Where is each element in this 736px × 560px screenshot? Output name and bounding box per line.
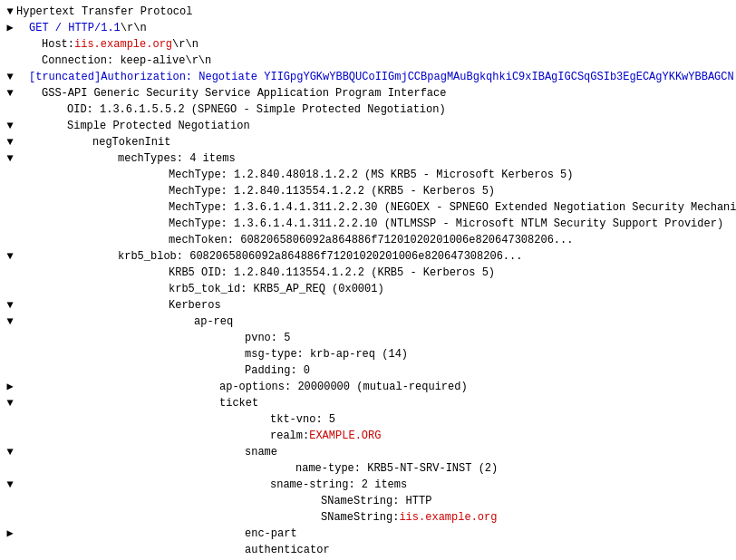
- toggle-icon: [4, 283, 16, 295]
- toggle-icon[interactable]: ▼: [4, 446, 16, 459]
- tree-line: Connection: keep-alive\r\n: [0, 53, 736, 69]
- tree-line: ▼GSS-API Generic Security Service Applic…: [0, 85, 736, 101]
- line-text: KRB5 OID: 1.2.840.113554.1.2.2 (KRB5 - K…: [169, 266, 495, 279]
- toggle-icon: [4, 413, 16, 426]
- toggle-icon: [4, 201, 16, 214]
- tree-line: ▼krb5_blob: 6082065806092a864886f7120102…: [0, 248, 736, 265]
- line-text: authenticator: [245, 544, 330, 556]
- tree-line: krb5_tok_id: KRB5_AP_REQ (0x0001): [0, 281, 736, 297]
- line-text: Kerberos: [169, 299, 221, 312]
- line-value: iis.example.org: [399, 511, 497, 524]
- tree-line: OID: 1.3.6.1.5.5.2 (SPNEGO - Simple Prot…: [0, 101, 736, 118]
- line-text: negTokenInit: [92, 136, 170, 149]
- line-text: tkt-vno: 5: [270, 413, 335, 426]
- toggle-icon: [4, 38, 16, 51]
- line-value: iis.example.org: [74, 38, 172, 51]
- toggle-icon: [4, 348, 16, 361]
- tree-line: SNameString: iis.example.org: [0, 509, 736, 526]
- toggle-icon: [4, 103, 16, 116]
- line-text: Hypertext Transfer Protocol: [16, 5, 192, 18]
- tree-line: Padding: 0: [0, 362, 736, 379]
- toggle-icon: [4, 54, 16, 67]
- toggle-icon: [4, 364, 16, 377]
- tree-line: ▼Kerberos: [0, 297, 736, 314]
- toggle-icon[interactable]: ▼: [4, 397, 16, 410]
- line-prefix: SNameString:: [321, 511, 399, 524]
- line-text: SNameString: HTTP: [321, 495, 431, 507]
- toggle-icon[interactable]: ▼: [4, 250, 16, 263]
- tree-line: ▼Simple Protected Negotiation: [0, 118, 736, 134]
- line-text: ap-options: 20000000 (mutual-required): [219, 381, 468, 393]
- line-text: mechTypes: 4 items: [118, 152, 236, 165]
- toggle-icon: [4, 332, 16, 344]
- tree-line: authenticator: [0, 542, 736, 558]
- tree-line: tkt-vno: 5: [0, 411, 736, 428]
- line-text: sname: [245, 446, 277, 459]
- line-prefix: realm:: [270, 430, 309, 442]
- tree-line: SNameString: HTTP: [0, 493, 736, 509]
- line-text: OID: 1.3.6.1.5.5.2 (SPNEGO - Simple Prot…: [67, 103, 446, 116]
- toggle-icon[interactable]: ▼: [4, 5, 16, 18]
- line-text: krb5_blob: 6082065806092a864886f71201020…: [118, 250, 522, 263]
- toggle-icon: [4, 544, 16, 556]
- tree-line: realm: EXAMPLE.ORG: [0, 428, 736, 444]
- toggle-icon: [4, 495, 16, 507]
- line-text: Simple Protected Negotiation: [67, 120, 250, 132]
- line-text: mechToken: 6082065806092a864886f71201020…: [169, 234, 573, 246]
- toggle-icon: [4, 217, 16, 230]
- tree-line: ▶GET / HTTP/1.1\r\n: [0, 20, 736, 36]
- tree-line: name-type: KRB5-NT-SRV-INST (2): [0, 460, 736, 477]
- tree-line: ▼mechTypes: 4 items: [0, 150, 736, 167]
- tree-line: MechType: 1.2.840.48018.1.2.2 (MS KRB5 -…: [0, 167, 736, 183]
- tree-line: Host: iis.example.org \r\n: [0, 36, 736, 53]
- tree-line: mechToken: 6082065806092a864886f71201020…: [0, 232, 736, 248]
- tree-line: ▼ap-req: [0, 314, 736, 330]
- tree-container: ▼Hypertext Transfer Protocol▶GET / HTTP/…: [0, 0, 736, 560]
- toggle-icon[interactable]: ▼: [4, 478, 16, 491]
- tree-line: ▼negTokenInit: [0, 134, 736, 150]
- tree-line: ▶enc-part: [0, 526, 736, 542]
- line-text: ticket: [219, 397, 258, 410]
- toggle-icon[interactable]: ▼: [4, 299, 16, 312]
- tree-line: ▼ticket: [0, 395, 736, 411]
- toggle-icon[interactable]: ▼: [4, 120, 16, 132]
- tree-line: ▼sname-string: 2 items: [0, 477, 736, 493]
- tree-line: ▶ap-options: 20000000 (mutual-required): [0, 379, 736, 395]
- line-text: ap-req: [194, 315, 233, 328]
- toggle-icon[interactable]: ▼: [4, 87, 16, 100]
- line-text: enc-part: [245, 527, 297, 540]
- line-text: MechType: 1.2.840.48018.1.2.2 (MS KRB5 -…: [169, 169, 573, 181]
- tree-line: KRB5 OID: 1.2.840.113554.1.2.2 (KRB5 - K…: [0, 265, 736, 281]
- line-prefix: Connection: keep-alive\r\n: [42, 54, 211, 67]
- line-text: msg-type: krb-ap-req (14): [245, 348, 408, 361]
- line-value: EXAMPLE.ORG: [309, 430, 381, 442]
- tree-line: ▼Hypertext Transfer Protocol: [0, 4, 736, 20]
- line-text: name-type: KRB5-NT-SRV-INST (2): [295, 462, 498, 475]
- line-text: [truncated]Authorization: Negotiate YIIG…: [29, 71, 734, 83]
- toggle-icon[interactable]: ▼: [4, 152, 16, 165]
- line-suffix: \r\n: [172, 38, 199, 51]
- tree-line: pvno: 5: [0, 330, 736, 346]
- toggle-icon[interactable]: ▼: [4, 136, 16, 149]
- line-text: krb5_tok_id: KRB5_AP_REQ (0x0001): [169, 283, 384, 295]
- tree-line: MechType: 1.2.840.113554.1.2.2 (KRB5 - K…: [0, 183, 736, 199]
- line-text: GSS-API Generic Security Service Applica…: [42, 87, 446, 100]
- toggle-icon[interactable]: ▼: [4, 315, 16, 328]
- toggle-icon[interactable]: ▶: [4, 381, 16, 393]
- tree-line: MechType: 1.3.6.1.4.1.311.2.2.30 (NEGOEX…: [0, 199, 736, 216]
- toggle-icon: [4, 234, 16, 246]
- toggle-icon[interactable]: ▼: [4, 71, 16, 83]
- line-text: Padding: 0: [245, 364, 310, 377]
- toggle-icon[interactable]: ▶: [4, 22, 16, 34]
- toggle-icon: [4, 511, 16, 524]
- toggle-icon: [4, 462, 16, 475]
- toggle-icon: [4, 266, 16, 279]
- line-text: MechType: 1.3.6.1.4.1.311.2.2.10 (NTLMSS…: [169, 217, 723, 230]
- toggle-icon: [4, 430, 16, 442]
- line-prefix: Host:: [42, 38, 74, 51]
- line-prefix: GET / HTTP/1.1: [29, 22, 121, 34]
- line-suffix: \r\n: [121, 22, 147, 34]
- toggle-icon[interactable]: ▶: [4, 527, 16, 540]
- line-text: MechType: 1.3.6.1.4.1.311.2.2.30 (NEGOEX…: [169, 201, 736, 214]
- toggle-icon: [4, 185, 16, 198]
